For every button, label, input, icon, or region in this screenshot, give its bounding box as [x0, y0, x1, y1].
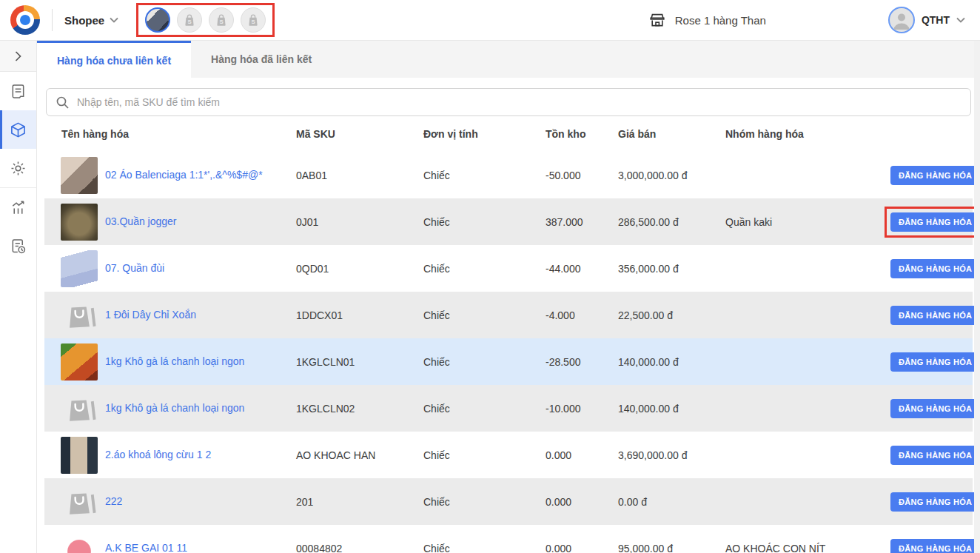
product-thumbnail: [61, 343, 98, 381]
col-header-group: Nhóm hàng hóa: [725, 128, 890, 140]
button-annotation-wrap: ĐĂNG HÀNG HÓA: [890, 259, 980, 278]
sidebar-item-orders[interactable]: [0, 72, 36, 110]
table-row: 1kg Khô gà lá chanh loại ngon 1KGLCLN02 …: [44, 385, 973, 432]
product-price: 140,000.00 đ: [618, 403, 725, 415]
product-name-link[interactable]: 1kg Khô gà lá chanh loại ngon: [105, 355, 244, 367]
product-thumbnail: [61, 483, 98, 520]
table-body: 02 Áo Balenciaga 1:1*',.&^%$#@* 0AB01 Ch…: [44, 152, 973, 553]
tab-bar: Hàng hóa chưa liên kết Hàng hóa đã liên …: [37, 41, 980, 78]
product-stock: -4.000: [546, 309, 618, 321]
user-menu[interactable]: QTHT: [888, 7, 965, 33]
product-stock: 0.000: [546, 449, 618, 461]
sidebar: [0, 41, 37, 553]
button-annotation-wrap: ĐĂNG HÀNG HÓA: [890, 212, 980, 232]
publish-product-button[interactable]: ĐĂNG HÀNG HÓA: [890, 492, 980, 512]
person-icon: [890, 9, 913, 31]
search-input[interactable]: [77, 96, 961, 108]
publish-product-button[interactable]: ĐĂNG HÀNG HÓA: [890, 446, 980, 465]
scrollbar-track: [974, 41, 980, 553]
product-thumbnail: [61, 204, 98, 241]
storefront-icon: [648, 11, 666, 29]
button-annotation-wrap: ĐĂNG HÀNG HÓA: [890, 492, 980, 512]
chevron-right-icon: [15, 51, 21, 61]
product-stock: -50.000: [546, 170, 618, 181]
publish-product-button[interactable]: ĐĂNG HÀNG HÓA: [890, 166, 980, 185]
shop-avatar[interactable]: S: [209, 7, 234, 33]
thumb-cell: [44, 483, 105, 520]
button-annotation-wrap: ĐĂNG HÀNG HÓA: [890, 306, 980, 325]
table-row: 02 Áo Balenciaga 1:1*',.&^%$#@* 0AB01 Ch…: [44, 152, 973, 198]
publish-product-button[interactable]: ĐĂNG HÀNG HÓA: [890, 259, 980, 278]
product-sku: 1KGLCLN02: [296, 403, 423, 415]
publish-product-button[interactable]: ĐĂNG HÀNG HÓA: [890, 539, 980, 553]
product-unit: Chiếc: [423, 356, 546, 368]
top-header: Shopee SSS Rose 1 hàng Than QTHT: [0, 0, 980, 41]
product-thumbnail: [61, 297, 98, 334]
product-sku: 201: [296, 496, 423, 508]
publish-product-button[interactable]: ĐĂNG HÀNG HÓA: [890, 399, 980, 418]
header-divider: [52, 9, 53, 31]
shop-avatar[interactable]: S: [241, 7, 266, 33]
table-row: 07. Quần đùi 0QD01 Chiếc -44.000 356,000…: [44, 245, 973, 292]
tab-label: Hàng hóa đã liên kết: [211, 53, 312, 65]
product-name-cell: 02 Áo Balenciaga 1:1*',.&^%$#@*: [105, 169, 296, 182]
shopping-bag-placeholder-icon: [62, 485, 96, 519]
col-header-sku: Mã SKU: [296, 128, 423, 140]
product-name-link[interactable]: 02 Áo Balenciaga 1:1*',.&^%$#@*: [105, 169, 263, 181]
tab-linked-products[interactable]: Hàng hóa đã liên kết: [191, 41, 332, 78]
product-name-link[interactable]: 1 Đôi Dây Chỉ Xoắn: [105, 309, 196, 321]
thumb-cell: [44, 343, 105, 381]
product-name-cell: A.K BE GAI 01 11: [105, 542, 296, 553]
shop-avatar[interactable]: S: [177, 7, 202, 33]
action-cell: ĐĂNG HÀNG HÓA: [890, 399, 980, 418]
button-annotation-wrap: ĐĂNG HÀNG HÓA: [890, 539, 980, 553]
product-thumbnail: [61, 250, 98, 287]
thumb-cell: [44, 157, 105, 194]
button-annotation-wrap: ĐĂNG HÀNG HÓA: [890, 399, 980, 418]
sidebar-item-analytics[interactable]: [0, 188, 36, 227]
shopping-bag-placeholder-icon: [62, 298, 96, 332]
product-name-link[interactable]: 03.Quần jogger: [105, 215, 177, 227]
action-cell: ĐĂNG HÀNG HÓA: [890, 306, 980, 325]
product-sku: 1KGLCLN01: [296, 356, 423, 368]
product-price: 22,500.00 đ: [618, 309, 725, 321]
document-icon: [10, 83, 27, 100]
table-row: 2.áo khoá lông cừu 1 2 AO KHOAC HAN Chiế…: [44, 432, 973, 478]
sidebar-collapse-button[interactable]: [0, 41, 36, 72]
sidebar-item-reports[interactable]: [0, 227, 36, 265]
products-table: Tên hàng hóa Mã SKU Đơn vị tính Tồn kho …: [44, 116, 973, 553]
product-price: 140,000.00 đ: [618, 356, 725, 368]
user-name: QTHT: [922, 14, 950, 26]
action-cell: ĐĂNG HÀNG HÓA: [890, 446, 980, 465]
tab-unlinked-products[interactable]: Hàng hóa chưa liên kết: [37, 41, 191, 78]
chevron-down-icon: [956, 17, 965, 23]
shopee-bag-icon: S: [245, 12, 261, 28]
product-sku: 1DDCX01: [296, 309, 423, 321]
sidebar-item-products[interactable]: [0, 110, 36, 149]
channel-selector[interactable]: Shopee: [64, 14, 118, 27]
action-cell: ĐĂNG HÀNG HÓA: [890, 212, 980, 232]
product-name-cell: 1kg Khô gà lá chanh loại ngon: [105, 355, 296, 369]
shopee-bag-icon: S: [213, 12, 229, 28]
product-name-link[interactable]: 1kg Khô gà lá chanh loại ngon: [105, 402, 244, 414]
publish-product-button[interactable]: ĐĂNG HÀNG HÓA: [890, 352, 980, 372]
product-name-link[interactable]: 2.áo khoá lông cừu 1 2: [105, 449, 211, 460]
product-name-link[interactable]: 07. Quần đùi: [105, 262, 164, 274]
table-row: 1kg Khô gà lá chanh loại ngon 1KGLCLN01 …: [44, 338, 973, 385]
product-sku: 00084802: [296, 543, 423, 553]
product-stock: 0.000: [546, 543, 618, 553]
shop-avatar-active[interactable]: [145, 7, 170, 33]
table-row: 03.Quần jogger 0J01 Chiếc 387.000 286,50…: [44, 198, 973, 245]
thumb-cell: [44, 250, 105, 287]
product-stock: -28.500: [546, 356, 618, 368]
product-name-link[interactable]: A.K BE GAI 01 11: [105, 542, 187, 553]
product-thumbnail: [61, 390, 98, 427]
product-name-link[interactable]: 222: [105, 495, 122, 507]
table-row: 222 201 Chiếc 0.000 0.00 đ ĐĂNG HÀNG HÓA: [44, 478, 973, 525]
sidebar-item-settings[interactable]: [0, 149, 36, 187]
publish-product-button[interactable]: ĐĂNG HÀNG HÓA: [890, 306, 980, 325]
store-name: Rose 1 hàng Than: [675, 14, 766, 27]
publish-product-button[interactable]: ĐĂNG HÀNG HÓA: [890, 212, 980, 232]
search-bar: [46, 88, 971, 116]
chart-icon: [10, 199, 27, 216]
